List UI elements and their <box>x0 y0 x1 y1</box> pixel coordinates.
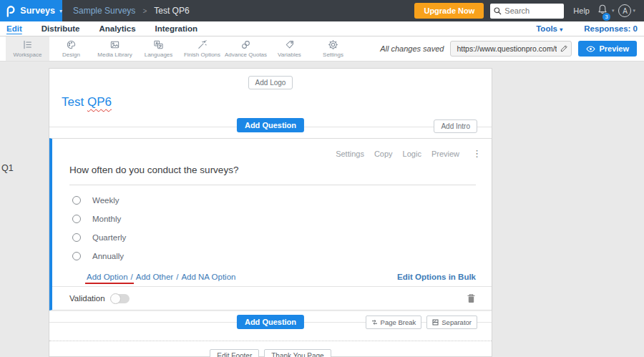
add-intro-button[interactable]: Add Intro <box>434 119 477 133</box>
avatar[interactable]: A <box>618 4 631 17</box>
chevron-down-icon: ▾ <box>59 8 62 14</box>
question-text[interactable]: How often do you conduct the surveys? <box>69 165 476 185</box>
option-row-monthly[interactable]: Monthly <box>52 210 492 228</box>
editor-canvas: Q1 Add Logo Test QP6 Add Question Add In… <box>0 62 644 357</box>
search-box[interactable] <box>490 4 564 19</box>
answer-options: Weekly Monthly Quarterly Annually <box>52 191 492 265</box>
footer-divider <box>49 341 492 341</box>
toolbar-item-workspace[interactable]: Workspace <box>6 36 49 61</box>
upgrade-now-button[interactable]: Upgrade Now <box>414 3 484 19</box>
tab-distribute[interactable]: Distribute <box>42 24 80 33</box>
page-break-button[interactable]: Page Break <box>366 316 422 329</box>
toolbar-item-finish-options[interactable]: Finish Options <box>180 36 224 61</box>
eye-icon <box>586 46 595 52</box>
radio-icon[interactable] <box>72 196 81 205</box>
settings-gear-icon <box>328 39 338 50</box>
validation-label: Validation <box>69 294 105 303</box>
breadcrumb-separator: > <box>142 7 147 15</box>
question-logic-link[interactable]: Logic <box>403 150 421 158</box>
tab-analytics[interactable]: Analytics <box>99 24 135 33</box>
breadcrumb-current: Test QP6 <box>154 6 189 16</box>
help-link[interactable]: Help <box>573 6 590 15</box>
thank-you-page-button[interactable]: Thank You Page <box>264 349 331 357</box>
breadcrumb-parent[interactable]: Sample Surveys <box>73 6 135 16</box>
separator-icon <box>432 319 439 326</box>
chevron-down-icon[interactable]: ▾ <box>633 8 635 14</box>
variables-tag-icon <box>284 39 295 50</box>
product-label: Surveys <box>20 6 55 16</box>
add-na-option-link[interactable]: Add NA Option <box>181 273 235 281</box>
editor-toolbar: Workspace Design Media Library Languages… <box>0 36 644 62</box>
chevron-down-icon[interactable]: ▾ <box>612 8 615 14</box>
tools-menu[interactable]: Tools ▾ <box>536 24 562 33</box>
workspace-icon <box>22 39 33 50</box>
toolbar-item-design[interactable]: Design <box>49 36 93 61</box>
tab-integration[interactable]: Integration <box>155 24 197 33</box>
languages-icon <box>153 39 164 50</box>
radio-icon[interactable] <box>72 252 81 260</box>
page-break-icon <box>371 319 378 326</box>
validation-row: Validation <box>52 286 492 310</box>
save-status: All changes saved <box>380 44 444 53</box>
option-row-quarterly[interactable]: Quarterly <box>52 228 492 247</box>
advance-quotas-icon <box>240 39 251 50</box>
question-block: Settings Copy Logic Preview ⋮ How often … <box>49 138 492 310</box>
toolbar-item-languages[interactable]: Languages <box>137 36 180 61</box>
toolbar-item-settings[interactable]: Settings <box>311 36 355 61</box>
separator-button[interactable]: Separator <box>426 316 477 329</box>
question-preview-link[interactable]: Preview <box>431 150 459 158</box>
add-question-button-bottom[interactable]: Add Question <box>237 315 304 329</box>
survey-card: Add Logo Test QP6 Add Question Add Intro… <box>49 68 492 357</box>
toolbar-item-variables[interactable]: Variables <box>268 36 311 61</box>
question-menu: Settings Copy Logic Preview ⋮ <box>336 148 482 159</box>
search-icon <box>494 7 502 15</box>
option-row-weekly[interactable]: Weekly <box>52 191 492 210</box>
media-library-icon <box>109 39 120 50</box>
spellcheck-underline: QP6 <box>87 95 112 109</box>
option-actions: Add Option/Add Other/Add NA Option Edit … <box>52 273 492 284</box>
radio-icon[interactable] <box>72 215 81 223</box>
notifications-bell[interactable]: 3 <box>597 4 608 19</box>
edit-options-in-bulk-link[interactable]: Edit Options in Bulk <box>397 273 476 281</box>
add-option-link[interactable]: Add Option <box>87 273 128 281</box>
question-number-label: Q1 <box>1 163 14 173</box>
questionpro-logo-icon <box>5 5 16 17</box>
avatar-initial: A <box>623 7 628 15</box>
preview-button[interactable]: Preview <box>578 41 637 57</box>
add-logo-button[interactable]: Add Logo <box>248 76 293 89</box>
survey-nav: Edit Distribute Analytics Integration To… <box>0 21 644 36</box>
toolbar-item-advance-quotas[interactable]: Advance Quotas <box>224 36 268 61</box>
toggle-knob <box>110 293 121 304</box>
validation-toggle[interactable] <box>111 294 130 303</box>
survey-url-field[interactable] <box>450 41 572 57</box>
chevron-down-icon: ▾ <box>560 26 562 33</box>
kebab-menu-icon[interactable]: ⋮ <box>472 148 482 159</box>
tab-edit[interactable]: Edit <box>6 24 22 33</box>
breadcrumb: Sample Surveys > Test QP6 <box>73 6 190 16</box>
edit-url-pencil-icon[interactable] <box>560 44 568 52</box>
toolbar-item-media-library[interactable]: Media Library <box>93 36 137 61</box>
responses-count[interactable]: Responses: 0 <box>584 24 638 33</box>
survey-title[interactable]: Test QP6 <box>62 95 112 109</box>
product-switcher[interactable]: Surveys ▾ <box>0 0 62 21</box>
radio-icon[interactable] <box>72 233 81 242</box>
add-other-link[interactable]: Add Other <box>136 273 173 281</box>
top-bar: Surveys ▾ Sample Surveys > Test QP6 Upgr… <box>0 0 644 21</box>
finish-options-wand-icon <box>197 39 208 50</box>
question-copy-link[interactable]: Copy <box>374 150 393 158</box>
design-palette-icon <box>66 39 77 50</box>
edit-footer-button[interactable]: Edit Footer <box>210 349 259 357</box>
notification-count-badge: 3 <box>602 13 610 21</box>
option-row-annually[interactable]: Annually <box>52 247 492 265</box>
add-question-button-top[interactable]: Add Question <box>237 118 304 132</box>
question-settings-link[interactable]: Settings <box>336 150 364 158</box>
delete-question-trash-icon[interactable] <box>467 293 476 303</box>
